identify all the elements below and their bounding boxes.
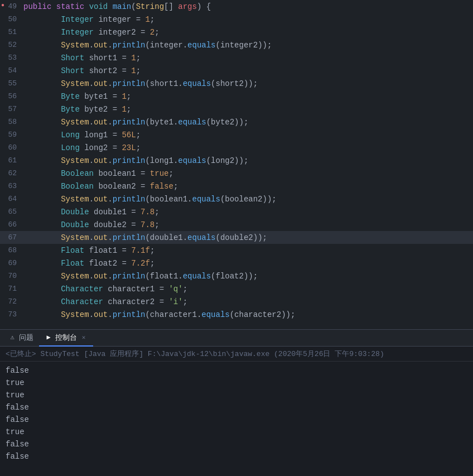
code-line: 60 Long long2 = 23L; — [0, 141, 473, 154]
token-method: println — [113, 156, 146, 165]
code-line: 72 Character character2 = 'i'; — [0, 295, 473, 308]
token-method: println — [113, 272, 146, 281]
line-number: 57 — [0, 105, 23, 113]
token-var: character2 — [108, 297, 155, 306]
code-line: 64 System.out.println(boolean1.equals(bo… — [0, 193, 473, 205]
code-content: public static void main(String[] args) { — [23, 2, 467, 11]
code-line: 50 Integer integer = 1; — [0, 13, 473, 26]
token-punc: = — [155, 285, 168, 294]
token-punc: (float2)); — [211, 272, 258, 281]
console-output[interactable]: falsetruetruefalsefalsetruefalsefalse — [0, 362, 473, 476]
token-type: Long — [23, 131, 84, 140]
token-punc: = — [127, 220, 141, 229]
token-var: long2 — [84, 143, 108, 152]
code-content: System.out.println(short1.equals(short2)… — [23, 79, 467, 88]
line-number: 50 — [0, 15, 23, 23]
token-obj: System — [23, 272, 89, 281]
token-var: integer2 — [98, 28, 136, 37]
token-punc: . — [108, 195, 112, 204]
code-line: 54 Short short2 = 1; — [0, 64, 473, 77]
token-method: equals — [187, 233, 215, 242]
token-var: float1 — [89, 246, 117, 255]
code-line: 68 Float float1 = 7.1f; — [0, 244, 473, 257]
token-num: 7.8 — [141, 208, 155, 217]
code-line: 62 Boolean boolean1 = true; — [0, 167, 473, 180]
token-method: println — [113, 41, 146, 50]
token-method: main — [113, 2, 132, 11]
line-number: 52 — [0, 41, 23, 49]
token-punc: . — [89, 310, 94, 319]
token-punc: (double2)); — [216, 233, 267, 242]
output-line: true — [6, 426, 467, 438]
token-punc: ; — [127, 105, 131, 114]
token-punc: = — [108, 105, 122, 114]
token-param-var: args — [173, 2, 197, 11]
output-line: true — [6, 377, 467, 389]
token-punc: . — [108, 41, 112, 50]
line-number: 71 — [0, 285, 23, 293]
token-punc: ( — [131, 2, 136, 11]
line-number: 54 — [0, 66, 23, 75]
token-num: 7.8 — [141, 220, 155, 229]
token-num: 7.2f — [131, 259, 150, 268]
token-obj: out — [94, 233, 108, 242]
token-punc: [] — [164, 2, 173, 11]
code-content: Float float1 = 7.1f; — [23, 246, 467, 255]
token-var: boolean1 — [98, 169, 136, 178]
token-obj: out — [94, 156, 108, 165]
token-bool-false: false — [150, 182, 173, 191]
code-line: 53 Short short1 = 1; — [0, 51, 473, 64]
token-var: double2 — [94, 220, 127, 229]
token-punc: = — [117, 54, 131, 62]
tab-console[interactable]: ▶控制台✕ — [39, 330, 93, 347]
line-number: 58 — [0, 118, 23, 126]
token-bool-true: true — [150, 169, 169, 178]
output-line: false — [6, 414, 467, 426]
token-punc: = — [136, 28, 150, 37]
code-line: 61 System.out.println(long1.equals(long2… — [0, 154, 473, 167]
tab-close-button[interactable]: ✕ — [80, 334, 88, 342]
code-line: 51 Integer integer2 = 2; — [0, 26, 473, 39]
token-punc: (integer2)); — [216, 41, 272, 50]
token-var: short1 — [89, 54, 117, 62]
code-content: Integer integer2 = 2; — [23, 28, 467, 37]
token-punc: ; — [127, 92, 131, 101]
token-punc: = — [108, 143, 122, 152]
code-line: 58 System.out.println(byte1.equals(byte2… — [0, 116, 473, 128]
token-var: double1 — [94, 208, 127, 217]
token-obj: System — [23, 156, 89, 165]
token-type: Double — [23, 220, 94, 229]
token-punc: ; — [136, 131, 141, 140]
token-var: integer — [98, 15, 131, 24]
line-number: 59 — [0, 131, 23, 139]
line-number: 60 — [0, 143, 23, 152]
code-line: 66 Double double2 = 7.8; — [0, 218, 473, 231]
code-line: 59 Long long1 = 56L; — [0, 128, 473, 141]
token-type: Float — [23, 259, 89, 268]
code-content: Byte byte2 = 1; — [23, 105, 467, 114]
token-method: equals — [178, 118, 206, 127]
token-punc: ; — [168, 169, 173, 178]
token-obj: System — [23, 310, 89, 319]
token-punc: . — [89, 195, 94, 204]
panel-tabs: ⚠问题▶控制台✕ — [0, 330, 473, 347]
token-var: long1 — [84, 131, 108, 140]
token-param-type: String — [136, 2, 164, 11]
code-content: System.out.println(float1.equals(float2)… — [23, 272, 467, 281]
token-punc: = — [136, 182, 150, 191]
token-punc: = — [108, 92, 122, 101]
token-obj: out — [94, 79, 108, 88]
token-method: equals — [201, 310, 229, 319]
token-type: Long — [23, 143, 84, 152]
token-type: Short — [23, 66, 89, 75]
token-punc: (long2)); — [206, 156, 249, 165]
token-punc: ) { — [197, 2, 211, 11]
token-var: byte2 — [84, 105, 108, 114]
tab-problems[interactable]: ⚠问题 — [3, 330, 39, 347]
token-num: 1 — [122, 92, 126, 101]
token-method: equals — [178, 156, 206, 165]
token-punc: ; — [136, 143, 141, 152]
line-number: 62 — [0, 169, 23, 177]
token-var: byte1 — [84, 92, 108, 101]
token-obj: out — [94, 272, 108, 281]
